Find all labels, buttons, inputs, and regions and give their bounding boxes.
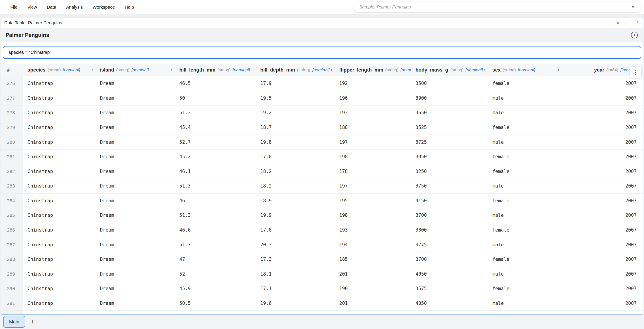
table-menu-button[interactable]: ⋮ xyxy=(630,67,641,78)
cell-body_mass_g: 3775 xyxy=(411,237,488,252)
cell-year: 2007 xyxy=(562,267,642,281)
cell-island: Dream xyxy=(96,105,175,120)
cell-sex: female xyxy=(488,120,562,135)
cell-bill_depth_mm: 18.7 xyxy=(256,120,335,135)
filter-expression-input[interactable] xyxy=(3,46,641,59)
cell-island: Dream xyxy=(96,164,175,179)
cell-body_mass_g: 3950 xyxy=(411,150,488,164)
menu-analysis[interactable]: Analysis xyxy=(66,5,82,10)
column-header[interactable]: sex (string) [nominal] ↕ xyxy=(488,64,562,76)
column-name: bill_length_mm xyxy=(179,67,215,73)
cell-body_mass_g: 3800 xyxy=(411,223,488,237)
cell-body_mass_g: 3575 xyxy=(411,281,488,296)
cell-bill_length_mm: 46.6 xyxy=(175,223,256,237)
row-index: 280 xyxy=(1,135,23,149)
table-row: 288 ChinstrapDream4717.31853700female200… xyxy=(1,252,643,267)
dataset-selector-value: Sample: Palmer Penguins xyxy=(359,4,631,9)
menu-help[interactable]: Help xyxy=(125,5,134,10)
table-row: 284 ChinstrapDream4618.91954150female200… xyxy=(1,194,643,208)
cell-bill_depth_mm: 17.8 xyxy=(256,150,335,164)
cell-sex: male xyxy=(488,179,562,193)
row-index: 276 xyxy=(1,76,23,91)
add-panel-icon[interactable]: + xyxy=(623,20,627,26)
cell-year: 2007 xyxy=(562,281,642,296)
cell-species: Chinstrap xyxy=(23,252,96,267)
cell-island: Dream xyxy=(96,120,175,135)
cell-flipper_length_mm: 190 xyxy=(335,281,411,296)
cell-flipper_length_mm: 201 xyxy=(335,267,411,281)
cell-flipper_length_mm: 195 xyxy=(335,194,411,208)
cell-bill_length_mm: 50.5 xyxy=(175,296,256,311)
cell-sex: female xyxy=(488,164,562,179)
cell-island: Dream xyxy=(96,150,175,164)
cell-flipper_length_mm: 194 xyxy=(335,237,411,252)
row-index: 285 xyxy=(1,208,23,223)
cell-island: Dream xyxy=(96,281,175,296)
sheet-tab-bar: Main + xyxy=(0,315,644,329)
column-type: (string) xyxy=(116,67,130,72)
column-header[interactable]: bill_length_mm (string) [nominal] xyxy=(175,64,256,76)
table-row: 278 ChinstrapDream51.319.21933650male200… xyxy=(1,105,643,120)
column-header[interactable]: bill_depth_mm (string) [nominal] ↕ xyxy=(256,64,335,76)
column-role: [nominal] xyxy=(63,67,80,72)
cell-species: Chinstrap xyxy=(23,208,96,223)
cell-species: Chinstrap xyxy=(23,237,96,252)
info-icon[interactable]: i xyxy=(631,32,638,38)
cell-bill_length_mm: 52.7 xyxy=(175,135,256,149)
table-row: 287 ChinstrapDream51.720.31943775male200… xyxy=(1,237,643,252)
cell-bill_depth_mm: 19.8 xyxy=(256,135,335,149)
cell-island: Dream xyxy=(96,296,175,311)
dataset-selector[interactable]: Sample: Palmer Penguins ▼ xyxy=(353,2,641,12)
row-index: 291 xyxy=(1,296,23,311)
plus-icon: + xyxy=(31,318,35,326)
dataset-title: Palmer Penguins xyxy=(6,32,631,38)
menu-view[interactable]: View xyxy=(27,5,37,10)
row-index: 289 xyxy=(1,267,23,281)
cell-sex: female xyxy=(488,150,562,164)
cell-sex: female xyxy=(488,76,562,91)
cell-island: Dream xyxy=(96,179,175,193)
column-header[interactable]: species (string) [nominal] ↕ xyxy=(23,64,96,76)
column-header[interactable]: body_mass_g (string) [nominal] ↕ xyxy=(411,64,488,76)
index-gutter-extension xyxy=(1,311,23,314)
cell-bill_depth_mm: 17.1 xyxy=(256,281,335,296)
row-index: 286 xyxy=(1,223,23,237)
cell-bill_length_mm: 50 xyxy=(175,91,256,105)
column-header[interactable]: flipper_length_mm (string) [nominal] xyxy=(335,64,411,76)
column-role: [nominal] xyxy=(518,67,535,72)
cell-species: Chinstrap xyxy=(23,164,96,179)
cell-species: Chinstrap xyxy=(23,223,96,237)
sort-arrows-icon[interactable]: ↕ xyxy=(330,68,332,72)
cell-bill_depth_mm: 18.2 xyxy=(256,164,335,179)
column-name: species xyxy=(28,67,46,73)
table-row: 283 ChinstrapDream51.318.21973750male200… xyxy=(1,179,643,194)
row-index: 281 xyxy=(1,150,23,164)
sort-arrows-icon[interactable]: ↕ xyxy=(91,68,93,72)
menu-workspace[interactable]: Workspace xyxy=(92,5,115,10)
dataset-title-strip: Palmer Penguins i xyxy=(1,28,643,42)
cell-bill_length_mm: 51.3 xyxy=(175,208,256,223)
sort-arrows-icon[interactable]: ↕ xyxy=(170,68,173,72)
sort-arrows-icon[interactable]: ↕ xyxy=(484,68,486,72)
table-row: 276 ChinstrapDream46.517.91923500female2… xyxy=(1,76,643,91)
cell-body_mass_g: 3900 xyxy=(411,91,488,105)
add-sheet-button[interactable]: + xyxy=(28,316,37,328)
cell-species: Chinstrap xyxy=(23,120,96,135)
close-icon[interactable]: × xyxy=(617,20,620,26)
column-type: (string) xyxy=(297,67,310,72)
column-header[interactable]: island (string) [nominal] ↕ xyxy=(96,64,175,76)
menu-data[interactable]: Data xyxy=(47,5,56,10)
column-name: island xyxy=(100,67,114,73)
column-type: (string) xyxy=(450,67,464,72)
cell-bill_length_mm: 46 xyxy=(175,194,256,208)
help-icon[interactable]: ? xyxy=(634,20,640,26)
sort-arrows-icon[interactable]: ↕ xyxy=(558,68,560,72)
table-row: 290 ChinstrapDream45.917.11903575female2… xyxy=(1,281,643,296)
cell-flipper_length_mm: 201 xyxy=(335,296,411,311)
panel-actions: × + ? xyxy=(617,20,640,26)
tab-main[interactable]: Main xyxy=(3,316,25,328)
menu-file[interactable]: File xyxy=(10,5,18,10)
cell-bill_depth_mm: 18.2 xyxy=(256,179,335,193)
cell-year: 2007 xyxy=(562,150,642,164)
cell-bill_depth_mm: 19.5 xyxy=(256,91,335,105)
